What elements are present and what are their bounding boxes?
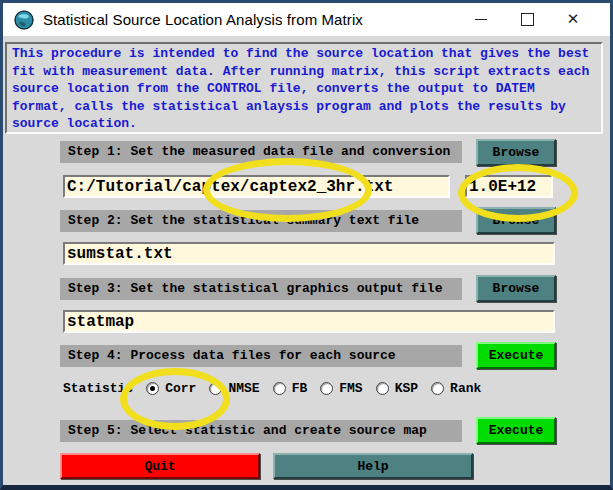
- step2-label: Step 2: Set the statistical summary text…: [60, 210, 462, 232]
- radio-nmse[interactable]: NMSE: [209, 381, 259, 396]
- close-icon: ✕: [567, 12, 580, 27]
- radio-corr-label: Corr: [165, 381, 196, 396]
- radio-ksp[interactable]: KSP: [376, 381, 418, 396]
- step1-label: Step 1: Set the measured data file and c…: [60, 141, 462, 163]
- step4-execute-button[interactable]: Execute: [476, 342, 556, 369]
- maximize-icon: [521, 13, 534, 26]
- close-button[interactable]: ✕: [550, 3, 596, 36]
- help-button[interactable]: Help: [273, 453, 473, 479]
- radio-ksp-label: KSP: [395, 381, 418, 396]
- statistic-label: Statistic: [63, 381, 133, 396]
- step4-label: Step 4: Process data files for each sour…: [60, 345, 462, 367]
- radio-fms[interactable]: FMS: [320, 381, 362, 396]
- radio-corr-icon: [146, 382, 159, 395]
- window-controls: ✕: [458, 3, 596, 36]
- radio-corr[interactable]: Corr: [146, 381, 196, 396]
- maximize-button[interactable]: [504, 3, 550, 36]
- step2-browse-button[interactable]: Browse: [476, 207, 556, 234]
- radio-rank-label: Rank: [450, 381, 481, 396]
- radio-nmse-icon: [209, 382, 222, 395]
- window-title: Statistical Source Location Analysis fro…: [43, 11, 363, 28]
- globe-icon: [14, 10, 34, 30]
- radio-fb[interactable]: FB: [273, 381, 308, 396]
- step5-label: Step 5: Select statistic and create sour…: [60, 420, 462, 442]
- data-file-input[interactable]: [63, 175, 450, 198]
- radio-fb-icon: [273, 382, 286, 395]
- radio-fb-label: FB: [292, 381, 308, 396]
- radio-rank[interactable]: Rank: [431, 381, 481, 396]
- app-window: Statistical Source Location Analysis fro…: [0, 0, 613, 490]
- conversion-input[interactable]: [465, 175, 553, 198]
- step3-browse-button[interactable]: Browse: [476, 275, 556, 302]
- step1-browse-button[interactable]: Browse: [476, 139, 556, 166]
- radio-ksp-icon: [376, 382, 389, 395]
- title-bar: Statistical Source Location Analysis fro…: [3, 3, 610, 36]
- summary-file-input[interactable]: [63, 242, 555, 265]
- radio-fms-icon: [320, 382, 333, 395]
- minimize-button[interactable]: [458, 3, 504, 36]
- step3-label: Step 3: Set the statistical graphics out…: [60, 278, 462, 300]
- dialog-body: This procedure is intended to find the s…: [3, 36, 610, 485]
- minimize-icon: [475, 19, 487, 20]
- description-box: This procedure is intended to find the s…: [5, 42, 603, 134]
- quit-button[interactable]: Quit: [60, 453, 260, 479]
- graphics-file-input[interactable]: [63, 310, 555, 333]
- radio-fms-label: FMS: [339, 381, 362, 396]
- step5-execute-button[interactable]: Execute: [476, 417, 556, 444]
- radio-nmse-label: NMSE: [228, 381, 259, 396]
- radio-rank-icon: [431, 382, 444, 395]
- statistic-radio-group: Statistic Corr NMSE FB FMS KSP: [63, 378, 481, 398]
